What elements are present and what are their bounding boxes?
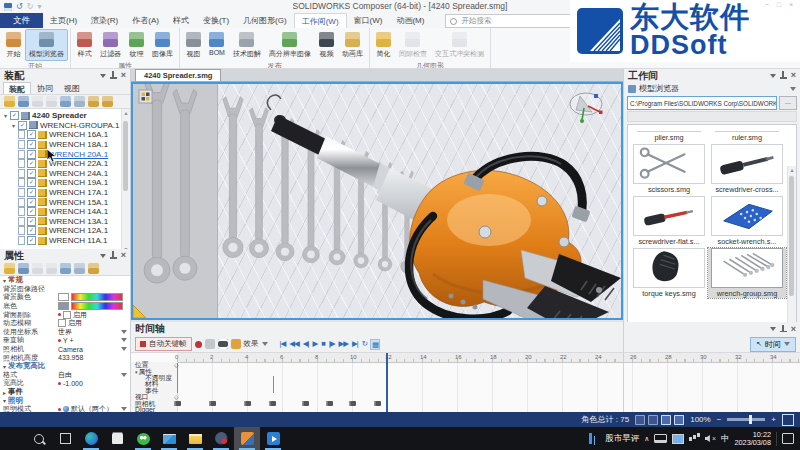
rewind-icon[interactable]: ◀◀ — [288, 339, 300, 350]
panel-menu-icon[interactable] — [770, 327, 776, 334]
close-icon[interactable]: × — [121, 251, 126, 260]
close-icon[interactable]: × — [791, 325, 796, 334]
visibility-checkbox[interactable]: ✓ — [27, 150, 36, 159]
actor-filter-icon[interactable] — [18, 96, 29, 107]
visibility-checkbox[interactable]: ✓ — [27, 188, 36, 197]
set-key-icon[interactable] — [195, 341, 202, 348]
file-thumbnail[interactable] — [633, 144, 705, 184]
fullscreen-icon[interactable] — [782, 414, 794, 426]
ribbon-button-simplify[interactable]: 简化 — [372, 29, 395, 61]
time-cursor[interactable] — [386, 353, 388, 413]
taskbar-media-player-button[interactable] — [208, 427, 234, 450]
auto-keyframe-button[interactable]: 自动关键帧 — [135, 337, 192, 351]
visibility-checkbox[interactable]: ✓ — [27, 130, 36, 139]
visibility-checkbox[interactable]: ✓ — [27, 198, 36, 207]
visibility-checkbox[interactable]: ✓ — [27, 169, 36, 178]
collapse-tree-icon[interactable] — [46, 96, 57, 107]
close-icon[interactable]: × — [121, 71, 126, 80]
document-tab[interactable]: 4240 Spreader.smg — [135, 69, 221, 81]
go-end-icon[interactable]: ▶| — [351, 339, 359, 350]
loop-icon[interactable]: ↻ — [361, 339, 368, 350]
menu-tab[interactable]: 窗口(W) — [347, 13, 390, 28]
expander-icon[interactable]: ▾ — [10, 122, 17, 129]
chevron-down-icon[interactable] — [121, 373, 127, 380]
property-value[interactable] — [58, 293, 130, 301]
gear-icon[interactable] — [88, 96, 99, 107]
taskbar-explorer-button[interactable] — [182, 427, 208, 450]
color-gradient-bar[interactable] — [71, 293, 123, 301]
search-input[interactable]: 开始搜索 — [445, 14, 587, 28]
tree-row[interactable]: ✓WRENCH 18A.1 — [0, 140, 130, 150]
window-controls[interactable]: − □ × — [765, 1, 796, 8]
property-value[interactable]: 433.958 — [58, 354, 130, 361]
ribbon-button-styles[interactable]: 样式 — [73, 29, 96, 61]
color-swatch[interactable] — [58, 293, 69, 301]
workshop-file-item[interactable]: torque keys.smg — [630, 248, 708, 298]
ribbon-button-image-library[interactable]: 图像库 — [148, 29, 177, 61]
step-back-icon[interactable]: ◀| — [302, 339, 310, 350]
camera-keyframe-icon[interactable] — [349, 401, 356, 406]
visibility-checkbox[interactable]: ✓ — [27, 226, 36, 235]
tree-row[interactable]: ▾✓4240 Spreader — [0, 111, 130, 121]
visibility-checkbox[interactable]: ✓ — [27, 140, 36, 149]
ribbon-button-animation-library[interactable]: 动画库 — [338, 29, 367, 61]
assembly-tab[interactable]: 装配 — [3, 82, 31, 94]
keyframe-diamond[interactable]: ◇ — [174, 362, 179, 368]
visibility-checkbox[interactable]: ✓ — [10, 111, 19, 120]
table-icon[interactable] — [88, 263, 99, 274]
menu-tab[interactable]: 渲染(R) — [84, 13, 125, 28]
ribbon-button-home[interactable]: 开始 — [2, 29, 25, 61]
panel-menu-icon[interactable] — [100, 254, 106, 261]
time-mode-button[interactable]: ↖ 时间 — [750, 337, 796, 352]
taskbar-search-button[interactable] — [26, 427, 52, 450]
pin-icon[interactable] — [780, 71, 787, 80]
measure-icon[interactable] — [635, 415, 645, 425]
photo-mode-icon[interactable]: ▦ — [370, 339, 380, 350]
keyframe-bar[interactable] — [273, 376, 275, 393]
tree-row[interactable]: ✓WRENCH 13A.1 — [0, 217, 130, 227]
assembly-tab[interactable]: 协同 — [32, 82, 58, 94]
spreader-tool[interactable] — [267, 95, 621, 318]
zoom-slider-thumb[interactable] — [749, 415, 752, 424]
menu-tab[interactable]: 作者(A) — [125, 13, 166, 28]
camera-keyframe-icon[interactable] — [269, 401, 276, 406]
keyframe-diamond[interactable]: ◇ — [174, 394, 179, 400]
ribbon-button-tech-illustration[interactable]: 技术图解 — [229, 29, 265, 61]
visibility-checkbox[interactable]: ✓ — [27, 217, 36, 226]
camera-keyframe-icon[interactable] — [326, 401, 333, 406]
file-thumbnail[interactable] — [711, 196, 783, 236]
taskbar-movies-button[interactable] — [260, 427, 286, 450]
camera-keyframe-icon[interactable] — [302, 401, 309, 406]
workshop-mode-select[interactable]: 模型浏览器 — [624, 82, 800, 95]
workshop-file-item[interactable]: wrench-group.smg — [708, 248, 786, 298]
chevron-down-icon[interactable] — [121, 347, 127, 354]
tree-row[interactable]: ✓WRENCH 22A.1 — [0, 159, 130, 169]
folder-path-input[interactable]: C:\Program Files\SOLIDWORKS Corp\SOLIDWO… — [627, 96, 777, 110]
visibility-checkbox[interactable]: ✓ — [27, 207, 36, 216]
menu-tab[interactable]: 样式 — [166, 13, 196, 28]
workshop-file-item[interactable]: screwdriver-flat.s... — [630, 196, 708, 246]
ribbon-button-video[interactable]: 视频 — [315, 29, 338, 61]
thumbnail-view-icon[interactable] — [674, 415, 684, 425]
tree-row[interactable]: ✓WRENCH 17A.1 — [0, 188, 130, 198]
property-value[interactable]: -1.000 — [58, 380, 130, 387]
step-forward-icon[interactable]: |▶ — [328, 339, 336, 350]
tree-row[interactable]: ✓WRENCH 24A.1 — [0, 169, 130, 179]
visibility-checkbox[interactable]: ✓ — [27, 159, 36, 168]
tree-row[interactable]: ▾✓WRENCH-GROUPA.1 — [0, 121, 130, 131]
paste-style-icon[interactable] — [46, 263, 57, 274]
browse-folder-button[interactable]: ... — [779, 96, 797, 110]
file-thumbnail[interactable] — [633, 248, 705, 288]
visibility-checkbox[interactable]: ✓ — [27, 236, 36, 245]
scroll-up-icon[interactable]: ▲ — [788, 166, 796, 174]
chevron-up-icon[interactable]: ∧ — [644, 435, 649, 443]
tree-row[interactable]: ✓WRENCH 11A.1 — [0, 236, 130, 246]
scrollbar-thumb[interactable] — [789, 176, 794, 296]
timeline-tracks[interactable]: 0246810121416182022242628303234 位置▾属性不透明… — [131, 352, 800, 413]
file-thumbnail[interactable] — [711, 248, 783, 288]
taskbar-task-view-button[interactable] — [52, 427, 78, 450]
effects-button[interactable]: 效果 — [244, 339, 268, 349]
taskbar-store-button[interactable] — [104, 427, 130, 450]
assembly-scrollbar[interactable]: ▲ ▼ — [121, 109, 130, 253]
pin-icon[interactable] — [110, 71, 117, 80]
